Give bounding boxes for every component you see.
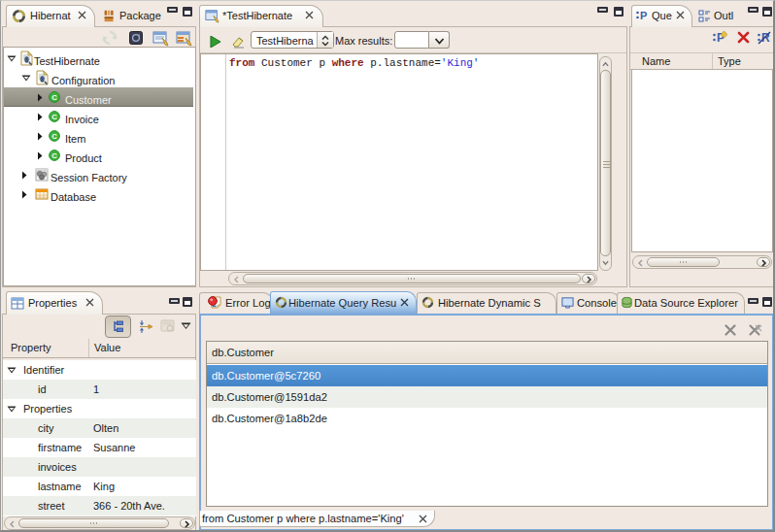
svg-text:C: C: [51, 113, 57, 121]
svg-text:P: P: [640, 10, 647, 21]
svg-text:C: C: [51, 132, 57, 141]
svg-text:C: C: [51, 151, 57, 160]
svg-text:C: C: [51, 93, 57, 102]
